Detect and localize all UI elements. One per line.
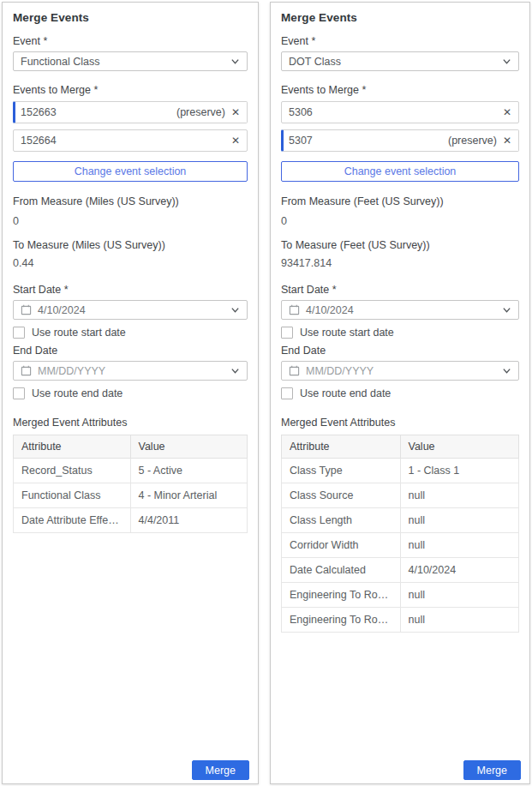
attribute-cell: Engineering To Route ... <box>282 608 401 633</box>
use-route-start-date-checkbox[interactable]: Use route start date <box>13 327 248 339</box>
value-cell: 4 - Minor Arterial <box>130 483 248 508</box>
start-date-input[interactable]: 4/10/2024 <box>281 300 519 320</box>
use-route-start-date-label: Use route start date <box>32 327 126 339</box>
event-select[interactable]: Functional Class <box>13 51 248 71</box>
preserve-tag: (preserve) <box>176 106 225 118</box>
value-cell: null <box>400 533 519 558</box>
table-row: Date Attribute Effective4/4/2011 <box>14 508 248 533</box>
end-date-placeholder: MM/DD/YYYY <box>306 365 496 377</box>
end-date-input[interactable]: MM/DD/YYYY <box>281 361 519 381</box>
to-measure-value: 93417.814 <box>281 257 519 269</box>
end-date-label: End Date <box>281 345 519 357</box>
start-date-value: 4/10/2024 <box>38 304 224 316</box>
value-cell: null <box>400 483 519 508</box>
use-route-end-date-label: Use route end date <box>300 387 391 399</box>
merge-events-panel-left: Merge Events Event * Functional Class Ev… <box>2 2 259 784</box>
close-icon[interactable]: ✕ <box>231 107 240 117</box>
calendar-icon <box>21 304 32 315</box>
chevron-down-icon <box>502 366 511 375</box>
value-cell: 4/4/2011 <box>130 508 248 533</box>
merge-button[interactable]: Merge <box>463 760 521 780</box>
event-to-merge-item[interactable]: 5306 ✕ <box>281 101 519 123</box>
table-row: Class Lengthnull <box>282 508 519 533</box>
checkbox-icon[interactable] <box>13 387 25 399</box>
value-cell: null <box>400 508 519 533</box>
attribute-cell: Class Length <box>282 508 401 533</box>
to-measure-value: 0.44 <box>13 257 248 269</box>
merge-events-panel-right: Merge Events Event * DOT Class Events to… <box>270 2 530 784</box>
from-measure-value: 0 <box>13 215 248 227</box>
table-row: Date Calculated4/10/2024 <box>282 558 519 583</box>
event-to-merge-item[interactable]: 5307 (preserve) ✕ <box>281 129 519 152</box>
value-cell: null <box>400 608 519 633</box>
start-date-label: Start Date * <box>13 284 248 296</box>
value-column-header: Value <box>400 435 519 459</box>
table-header-row: Attribute Value <box>14 435 248 459</box>
merge-events-workspace: Merge Events Event * Functional Class Ev… <box>0 0 532 786</box>
attribute-cell: Engineering To RouteID <box>282 583 401 608</box>
merge-button[interactable]: Merge <box>192 760 249 780</box>
panel-title: Merge Events <box>281 11 519 24</box>
start-date-input[interactable]: 4/10/2024 <box>13 300 248 320</box>
start-date-label: Start Date * <box>281 284 519 296</box>
close-icon[interactable]: ✕ <box>503 107 511 117</box>
use-route-end-date-checkbox[interactable]: Use route end date <box>13 387 248 399</box>
event-id: 5306 <box>289 106 497 118</box>
attribute-column-header: Attribute <box>282 435 401 459</box>
merged-event-attributes-title: Merged Event Attributes <box>281 417 519 429</box>
merged-event-attributes-title: Merged Event Attributes <box>13 417 248 429</box>
value-cell: 1 - Class 1 <box>400 459 519 483</box>
from-measure-label: From Measure (Miles (US Survey)) <box>13 195 248 207</box>
event-label: Event * <box>281 35 519 47</box>
calendar-icon <box>289 365 300 376</box>
use-route-end-date-label: Use route end date <box>32 387 123 399</box>
table-row: Engineering To Route ...null <box>282 608 519 633</box>
checkbox-icon[interactable] <box>281 327 293 339</box>
value-cell: null <box>400 583 519 608</box>
checkbox-icon[interactable] <box>281 387 293 399</box>
value-cell: 5 - Active <box>130 459 248 483</box>
event-id: 152663 <box>21 106 176 118</box>
attribute-cell: Date Attribute Effective <box>14 508 131 533</box>
attribute-cell: Functional Class <box>14 483 131 508</box>
table-row: Class Type1 - Class 1 <box>282 459 519 483</box>
use-route-start-date-checkbox[interactable]: Use route start date <box>281 327 519 339</box>
event-to-merge-item[interactable]: 152663 (preserve) ✕ <box>13 101 248 123</box>
close-icon[interactable]: ✕ <box>231 135 240 146</box>
chevron-down-icon <box>230 305 240 315</box>
use-route-end-date-checkbox[interactable]: Use route end date <box>281 387 519 399</box>
use-route-start-date-label: Use route start date <box>300 327 394 339</box>
start-date-value: 4/10/2024 <box>306 304 496 316</box>
end-date-input[interactable]: MM/DD/YYYY <box>13 361 248 381</box>
table-row: Engineering To RouteIDnull <box>282 583 519 608</box>
attribute-cell: Date Calculated <box>282 558 401 583</box>
chevron-down-icon <box>230 366 240 375</box>
merged-attributes-table: Attribute Value Class Type1 - Class 1 Cl… <box>281 435 519 633</box>
checkbox-icon[interactable] <box>13 327 25 339</box>
preserve-tag: (preserve) <box>448 135 497 147</box>
close-icon[interactable]: ✕ <box>503 135 511 146</box>
change-event-selection-button[interactable]: Change event selection <box>13 161 248 182</box>
attribute-cell: Record_Status <box>14 459 131 483</box>
from-measure-value: 0 <box>281 215 519 227</box>
attribute-cell: Class Source <box>282 483 401 508</box>
change-event-selection-button[interactable]: Change event selection <box>281 161 519 182</box>
value-cell: 4/10/2024 <box>400 558 519 583</box>
event-to-merge-item[interactable]: 152664 ✕ <box>13 129 248 152</box>
merged-attributes-table: Attribute Value Record_Status5 - Active … <box>13 435 248 533</box>
calendar-icon <box>289 304 300 315</box>
attribute-cell: Class Type <box>282 459 401 483</box>
table-row: Class Sourcenull <box>282 483 519 508</box>
table-row: Functional Class4 - Minor Arterial <box>14 483 248 508</box>
end-date-placeholder: MM/DD/YYYY <box>38 365 224 377</box>
events-to-merge-label: Events to Merge * <box>281 84 519 96</box>
from-measure-label: From Measure (Feet (US Survey)) <box>281 195 519 207</box>
table-row: Corridor Widthnull <box>282 533 519 558</box>
event-id: 5307 <box>289 135 448 147</box>
event-select-value: DOT Class <box>289 56 341 68</box>
event-select[interactable]: DOT Class <box>281 51 519 71</box>
table-header-row: Attribute Value <box>282 435 519 459</box>
event-id: 152664 <box>21 135 225 147</box>
chevron-down-icon <box>502 57 511 66</box>
chevron-down-icon <box>502 305 511 315</box>
